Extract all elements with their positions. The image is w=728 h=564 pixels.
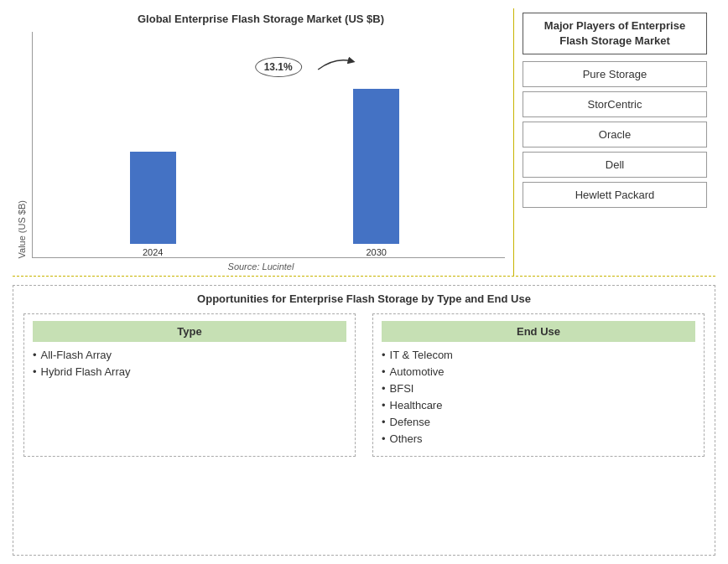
bottom-section: Opportunities for Enterprise Flash Stora… [13,285,715,556]
enduse-item-label-0: IT & Telecom [390,349,453,361]
cagr-label: 13.1% [264,61,293,73]
enduse-item-5: • Others [382,432,695,445]
type-item-label-1: Hybrid Flash Array [41,365,131,378]
chart-area: Value (US $B) 13.1% [17,32,505,258]
enduse-item-4: • Defense [382,416,695,428]
cagr-annotation: 13.1% [255,57,302,77]
bullet-icon: • [382,432,386,445]
player-item-3: Dell [523,152,707,178]
enduse-item-label-5: Others [390,432,423,445]
bullet-icon: • [382,416,386,428]
type-item-0: • All-Flash Array [33,349,346,361]
type-header: Type [33,321,346,342]
enduse-item-2: • BFSI [382,382,695,395]
players-title: Major Players of Enterprise Flash Storag… [523,13,707,54]
player-item-2: Oracle [523,122,707,147]
enduse-column: End Use • IT & Telecom • Automotive • BF… [372,313,705,457]
enduse-item-label-4: Defense [390,416,430,428]
enduse-header: End Use [382,321,695,342]
bar-label-2030: 2030 [367,247,387,257]
cagr-arrow-icon [314,53,356,78]
enduse-item-label-1: Automotive [390,365,445,378]
bullet-icon: • [382,399,386,411]
bar-2024 [130,152,176,244]
top-section: Global Enterprise Flash Storage Market (… [13,8,715,277]
bullet-icon: • [382,349,386,361]
bars-area: 13.1% [32,32,505,258]
enduse-item-label-2: BFSI [390,382,414,395]
bullet-icon: • [33,365,37,378]
enduse-item-1: • Automotive [382,365,695,378]
cagr-oval: 13.1% [255,57,302,77]
enduse-item-label-3: Healthcare [390,399,443,411]
player-item-0: Pure Storage [523,61,707,87]
bar-group-2030: 2030 [353,89,399,257]
type-item-label-0: All-Flash Array [41,349,112,361]
enduse-item-3: • Healthcare [382,399,695,411]
type-item-1: • Hybrid Flash Array [33,365,346,378]
bullet-icon: • [33,349,37,361]
players-section: Major Players of Enterprise Flash Storag… [514,8,715,276]
chart-title: Global Enterprise Flash Storage Market (… [138,13,384,25]
opportunities-title: Opportunities for Enterprise Flash Stora… [23,292,705,305]
bar-2030 [353,89,399,244]
bullet-icon: • [382,365,386,378]
enduse-item-0: • IT & Telecom [382,349,695,361]
player-item-4: Hewlett Packard [523,182,707,208]
chart-section: Global Enterprise Flash Storage Market (… [13,8,514,276]
opp-columns: Type • All-Flash Array • Hybrid Flash Ar… [23,313,705,457]
type-column: Type • All-Flash Array • Hybrid Flash Ar… [23,313,356,457]
bar-label-2024: 2024 [143,247,163,257]
main-container: Global Enterprise Flash Storage Market (… [0,0,728,564]
bar-group-2024: 2024 [130,152,176,257]
y-axis-label: Value (US $B) [17,200,27,259]
source-label: Source: Lucintel [228,261,294,272]
bullet-icon: • [382,382,386,395]
chart-inner: 13.1% [32,32,505,258]
player-item-1: StorCentric [523,91,707,117]
